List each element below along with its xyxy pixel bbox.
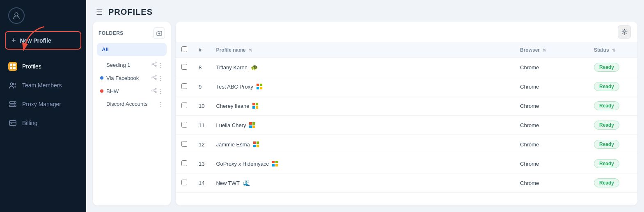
svg-rect-2 (10, 64, 12, 66)
windows-icon (249, 122, 255, 128)
row-checkbox[interactable] (181, 103, 187, 108)
row-status: Ready (588, 135, 637, 154)
row-profile-name[interactable]: New TWT🌊 (210, 173, 514, 193)
row-checkbox[interactable] (181, 64, 187, 70)
plus-icon: + (11, 36, 16, 45)
row-browser: Chrome (514, 116, 588, 135)
new-profile-label: New Profile (20, 37, 51, 44)
row-checkbox[interactable] (181, 141, 187, 147)
row-browser: Chrome (514, 173, 588, 193)
row-status: Ready (588, 116, 637, 135)
table-row: 11Luella CheryChromeReady (176, 116, 637, 135)
row-browser: Chrome (514, 58, 588, 77)
status-badge: Ready (594, 82, 619, 91)
proxy-manager-label: Proxy Manager (22, 101, 61, 107)
row-number: 9 (193, 77, 210, 96)
folders-header: FOLDERS (97, 27, 167, 39)
svg-point-10 (14, 102, 15, 103)
svg-point-16 (155, 65, 156, 66)
turtle-icon: 🐢 (251, 64, 258, 71)
water-icon: 🌊 (243, 180, 250, 186)
row-number: 14 (193, 173, 210, 193)
team-members-label: Team Members (22, 82, 62, 89)
avatar-area (0, 0, 86, 28)
new-profile-button[interactable]: + New Profile (5, 31, 81, 50)
profiles-nav-label: Profiles (22, 63, 41, 70)
table-row: 14New TWT🌊ChromeReady (176, 173, 637, 193)
row-profile-name[interactable]: Test ABC Proxy (210, 77, 514, 96)
profiles-table: # Profile name ⇅ Browser ⇅ Sta (176, 42, 637, 193)
folder-item-discord-accounts[interactable]: Discord Accounts ⋮ (97, 98, 167, 110)
main-header: ☰ PROFILES (86, 0, 644, 22)
row-browser: Chrome (514, 77, 588, 96)
folder-item-via-facebook[interactable]: Via Facebook ⋮ (97, 71, 167, 84)
row-number: 8 (193, 58, 210, 77)
folder-item-all[interactable]: All (97, 43, 167, 56)
svg-rect-5 (13, 67, 16, 69)
svg-rect-3 (13, 64, 16, 66)
windows-icon (257, 84, 262, 89)
sidebar-item-billing[interactable]: Billing (0, 114, 86, 132)
sort-arrow-browser: ⇅ (543, 48, 546, 52)
row-checkbox[interactable] (181, 160, 187, 166)
folder-item-seeding1[interactable]: Seeding 1 ⋮ (97, 58, 167, 71)
status-badge: Ready (594, 178, 619, 187)
table-settings-button[interactable] (618, 25, 631, 39)
svg-point-22 (155, 91, 156, 93)
share-icon[interactable] (151, 62, 157, 68)
row-profile-name[interactable]: GoProxy x Hidemyacc (210, 154, 514, 173)
row-checkbox[interactable] (181, 122, 187, 128)
profile-name-column-header[interactable]: Profile name ⇅ (210, 42, 514, 58)
folders-title: FOLDERS (99, 30, 124, 36)
share-icon-3[interactable] (151, 88, 157, 94)
more-icon[interactable]: ⋮ (158, 62, 163, 68)
share-icon-2[interactable] (151, 75, 157, 81)
row-number: 11 (193, 116, 210, 135)
svg-point-21 (152, 90, 153, 91)
more-icon-4[interactable]: ⋮ (158, 101, 163, 107)
sidebar-item-proxy-manager[interactable]: Proxy Manager (0, 95, 86, 114)
row-status: Ready (588, 96, 637, 116)
sidebar-item-team-members[interactable]: Team Members (0, 76, 86, 95)
content-area: FOLDERS All Seeding 1 (86, 22, 644, 212)
windows-icon (253, 141, 259, 147)
status-column-header[interactable]: Status ⇅ (588, 42, 637, 58)
row-browser: Chrome (514, 135, 588, 154)
svg-point-17 (155, 75, 156, 76)
page-title: PROFILES (108, 7, 153, 17)
browser-column-header[interactable]: Browser ⇅ (514, 42, 588, 58)
table-row: 13GoProxy x HidemyaccChromeReady (176, 154, 637, 173)
row-number: 12 (193, 135, 210, 154)
table-toolbar (176, 22, 637, 42)
row-profile-name[interactable]: Jammie Esma (210, 135, 514, 154)
svg-rect-4 (10, 67, 12, 69)
svg-point-20 (155, 88, 156, 89)
svg-point-7 (14, 83, 16, 85)
profiles-table-panel: # Profile name ⇅ Browser ⇅ Sta (176, 22, 637, 205)
row-profile-name[interactable]: Cherey Ileane (210, 96, 514, 116)
more-icon-3[interactable]: ⋮ (158, 88, 163, 94)
row-checkbox[interactable] (181, 83, 187, 89)
sidebar: + New Profile Profiles (0, 0, 86, 212)
profiles-tbody: 8Tiffany Karen🐢ChromeReady9Test ABC Prox… (176, 58, 637, 193)
row-status: Ready (588, 173, 637, 193)
row-profile-name[interactable]: Tiffany Karen🐢 (210, 58, 514, 77)
more-icon-2[interactable]: ⋮ (158, 75, 163, 81)
select-all-checkbox[interactable] (181, 46, 187, 52)
billing-icon (8, 119, 17, 128)
table-scroll-area: # Profile name ⇅ Browser ⇅ Sta (176, 42, 637, 205)
add-folder-button[interactable] (154, 27, 165, 39)
folder-item-bhw[interactable]: BHW ⋮ (97, 84, 167, 98)
user-avatar[interactable] (8, 7, 25, 24)
folder-dot-blue (100, 76, 103, 80)
folder-seeding1-label: Seeding 1 (106, 62, 131, 68)
table-header-row: # Profile name ⇅ Browser ⇅ Sta (176, 42, 637, 58)
svg-point-11 (14, 105, 15, 106)
table-row: 9Test ABC ProxyChromeReady (176, 77, 637, 96)
status-badge: Ready (594, 101, 619, 110)
row-profile-name[interactable]: Luella Chery (210, 116, 514, 135)
hamburger-icon[interactable]: ☰ (96, 8, 103, 17)
sidebar-item-profiles[interactable]: Profiles (0, 57, 86, 76)
row-checkbox[interactable] (181, 180, 187, 185)
status-badge: Ready (594, 140, 619, 149)
